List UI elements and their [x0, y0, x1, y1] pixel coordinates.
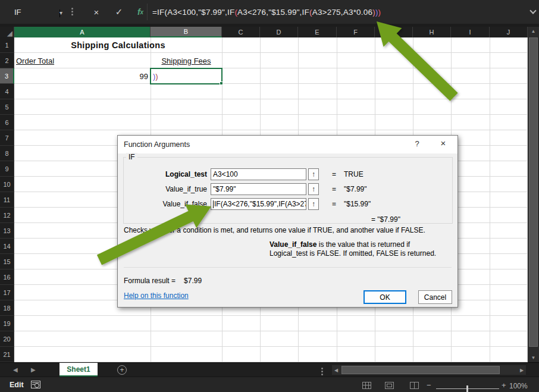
cell-b2-shipping-fees[interactable]: Shipping Fees	[151, 53, 222, 68]
logical-test-input[interactable]: A3<100	[211, 168, 306, 180]
row-header-16[interactable]: 16	[0, 269, 14, 285]
zoom-in-icon[interactable]: +	[502, 381, 506, 390]
row-header-17[interactable]: 17	[0, 285, 14, 300]
gridline	[490, 37, 490, 362]
vertical-scrollbar[interactable]: ▲ ▼	[528, 27, 539, 362]
formula-result-value: $7.99	[184, 277, 202, 285]
macro-record-icon[interactable]	[31, 381, 40, 388]
select-all-button[interactable]: ◢	[0, 27, 14, 37]
argument-help: Value_if_false is the value that is retu…	[270, 240, 449, 258]
value-if-true-input[interactable]: "$7.99"	[211, 183, 306, 195]
vertical-scrollbar-thumb[interactable]	[529, 37, 538, 347]
column-header-B[interactable]: B	[151, 27, 222, 37]
row-headers: 123456789101112131415161718192021	[0, 37, 14, 362]
insert-function-icon[interactable]: fx	[132, 4, 149, 20]
value-if-true-result: "$7.99"	[344, 185, 367, 193]
column-header-A[interactable]: A	[14, 27, 151, 37]
value-if-false-input[interactable]: IF(A3<276,"$15.99",IF(A3>275,A3*0.06)	[211, 198, 306, 210]
formula-bar: IF ▾ × ✓ fx =IF(A3<100,"$7.99",IF(A3<276…	[0, 0, 539, 24]
row-header-15[interactable]: 15	[0, 254, 14, 269]
value-if-true-label: Value_if_true	[127, 185, 211, 193]
page-break-view-icon[interactable]	[410, 382, 419, 389]
dialog-close-icon[interactable]: ×	[436, 138, 450, 150]
prev-sheet-icon[interactable]: ◀	[13, 366, 18, 373]
sheet-tab-sheet1[interactable]: Sheet1	[59, 363, 98, 377]
row-header-5[interactable]: 5	[0, 99, 14, 115]
horizontal-scrollbar[interactable]: ◀ ▶	[332, 365, 526, 375]
scroll-right-icon[interactable]: ▶	[518, 365, 526, 375]
collapse-dialog-icon[interactable]: ↑	[308, 198, 319, 210]
column-header-G[interactable]: G	[375, 27, 413, 37]
row-header-10[interactable]: 10	[0, 177, 14, 192]
function-name-label: IF	[126, 153, 137, 161]
logical-test-label: Logical_test	[127, 170, 211, 178]
dialog-title: Function Arguments	[124, 140, 190, 149]
dialog-title-bar[interactable]: Function Arguments	[118, 136, 457, 153]
row-header-20[interactable]: 20	[0, 331, 14, 347]
scroll-left-icon[interactable]: ◀	[332, 365, 340, 375]
equals-sign: =	[332, 170, 339, 178]
row-header-3[interactable]: 3	[0, 68, 14, 84]
excel-window: IF ▾ × ✓ fx =IF(A3<100,"$7.99",IF(A3<276…	[0, 0, 539, 392]
zoom-out-icon[interactable]: −	[427, 381, 431, 390]
cancel-button[interactable]: Cancel	[418, 290, 452, 304]
ok-button[interactable]: OK	[363, 290, 406, 304]
sheet-tab-bar: ◀ ▶ Sheet1 + ◀ ▶	[0, 362, 539, 377]
row-header-8[interactable]: 8	[0, 146, 14, 161]
zoom-slider-thumb[interactable]	[466, 385, 468, 392]
row-header-14[interactable]: 14	[0, 239, 14, 254]
dialog-help-icon[interactable]: ?	[411, 139, 423, 150]
cell-a3-value[interactable]: 99	[14, 68, 148, 84]
row-header-18[interactable]: 18	[0, 300, 14, 316]
row-header-7[interactable]: 7	[0, 130, 14, 146]
cell-a1-title[interactable]: Shipping Calculations	[14, 37, 222, 53]
cell-a2-order-total[interactable]: Order Total	[16, 53, 54, 68]
collapse-dialog-icon[interactable]: ↑	[308, 168, 319, 180]
name-box-dropdown-icon[interactable]: ▾	[59, 10, 60, 17]
logical-test-result: TRUE	[344, 170, 363, 178]
name-box[interactable]: IF ▾	[5, 4, 65, 20]
next-sheet-icon[interactable]: ▶	[31, 366, 36, 373]
row-header-11[interactable]: 11	[0, 192, 14, 208]
column-header-C[interactable]: C	[222, 27, 260, 37]
horizontal-scrollbar-thumb[interactable]	[341, 366, 500, 374]
value-if-false-label: Value_if_false	[127, 200, 211, 208]
column-header-I[interactable]: I	[451, 27, 490, 37]
function-description: Checks whether a condition is met, and r…	[124, 226, 450, 235]
formula-result-line: Formula result =$7.99	[124, 277, 202, 285]
column-header-D[interactable]: D	[260, 27, 298, 37]
row-header-6[interactable]: 6	[0, 115, 14, 130]
fill-handle[interactable]	[220, 81, 223, 85]
row-header-12[interactable]: 12	[0, 208, 14, 223]
page-layout-view-icon[interactable]	[385, 382, 394, 389]
formula-bar-splitter[interactable]	[71, 7, 74, 17]
scroll-up-icon[interactable]: ▲	[528, 27, 539, 35]
formula-input[interactable]: =IF(A3<100,"$7.99",IF(A3<276,"$15.99",IF…	[152, 0, 524, 24]
divider	[124, 267, 452, 268]
row-header-2[interactable]: 2	[0, 53, 14, 68]
tab-scrollbar-splitter[interactable]	[321, 366, 324, 377]
row-header-13[interactable]: 13	[0, 223, 14, 239]
row-header-1[interactable]: 1	[0, 37, 14, 53]
status-bar: Edit − + 100%	[0, 377, 539, 392]
row-header-19[interactable]: 19	[0, 316, 14, 331]
help-on-function-link[interactable]: Help on this function	[124, 291, 189, 300]
column-header-F[interactable]: F	[337, 27, 375, 37]
row-header-21[interactable]: 21	[0, 347, 14, 362]
collapse-dialog-icon[interactable]: ↑	[308, 183, 319, 195]
row-header-9[interactable]: 9	[0, 161, 14, 177]
active-cell-selection-b3[interactable]	[150, 68, 223, 84]
formula-bar-expand-icon[interactable]	[529, 7, 536, 14]
zoom-level[interactable]: 100%	[509, 382, 528, 390]
row-header-4[interactable]: 4	[0, 84, 14, 99]
zoom-slider[interactable]	[436, 388, 499, 389]
add-sheet-icon[interactable]: +	[117, 365, 127, 375]
scroll-down-icon[interactable]: ▼	[528, 353, 539, 362]
column-header-E[interactable]: E	[298, 27, 337, 37]
cancel-entry-icon[interactable]: ×	[88, 4, 105, 20]
column-header-H[interactable]: H	[413, 27, 451, 37]
value-if-false-result: "$15.99"	[344, 200, 371, 208]
enter-entry-icon[interactable]: ✓	[111, 4, 127, 20]
column-header-J[interactable]: J	[490, 27, 528, 37]
normal-view-icon[interactable]	[362, 382, 371, 389]
